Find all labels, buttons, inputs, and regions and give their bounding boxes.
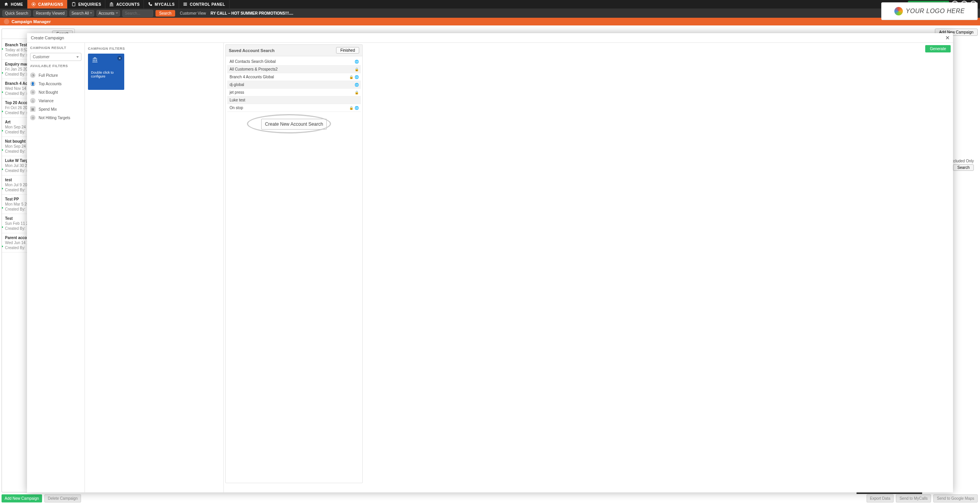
filter-label: Not Hitting Targets <box>39 116 70 120</box>
lock-icon: 🔒 <box>349 106 353 110</box>
lock-icon: 🔒 <box>349 75 353 79</box>
finished-button[interactable]: Finished <box>336 47 359 54</box>
search-all-select[interactable]: Search All <box>69 10 94 17</box>
nav-label: HOME <box>11 2 23 7</box>
target-icon: ◎ <box>30 115 35 120</box>
tile-hint: Double click to configure <box>91 71 121 78</box>
tile-remove-icon[interactable]: ✕ <box>117 56 122 61</box>
select-value: Customer <box>33 55 49 59</box>
saved-search-header: Saved Account Search Finished <box>226 45 362 56</box>
filter-label: Full Picture <box>39 73 58 78</box>
saved-search-label: All Customers & Prospects2 <box>230 67 278 71</box>
svg-rect-6 <box>183 5 187 6</box>
modal-middle-column: CAMPAIGN FILTERS ✕ Double click to confi… <box>85 43 224 492</box>
available-filter-item[interactable]: ⊖ Not Bought <box>30 88 81 96</box>
chevron-down-icon <box>90 12 92 14</box>
saved-search-title: Saved Account Search <box>229 48 275 53</box>
nav-label: CAMPAIGNS <box>38 2 63 7</box>
filter-tile-accounts[interactable]: ✕ Double click to configure <box>88 54 124 90</box>
marquee-text: RY CALL – HOT SUMMER PROMOTIONS!!!.... <box>211 11 293 15</box>
modal-body: CAMPAIGN RESULT Customer AVAILABLE FILTE… <box>27 42 953 492</box>
svg-point-1 <box>33 3 34 5</box>
saved-search-list: All Contacts Search Global 🌐All Customer… <box>226 56 362 113</box>
page-title: Campaign Manager <box>12 19 51 24</box>
filter-label: Spend Mix <box>39 107 57 111</box>
saved-search-row[interactable]: Luke test <box>227 96 361 104</box>
svg-rect-2 <box>72 3 75 6</box>
saved-search-label: On stop <box>230 106 243 110</box>
nav-enquiries[interactable]: ENQUIRIES <box>68 0 106 8</box>
filter-label: Top Accounts <box>39 82 61 86</box>
globe-icon: 🌐 <box>355 60 358 64</box>
clipboard-icon <box>71 2 76 7</box>
modal-title-bar: Create Campaign ✕ <box>27 33 953 42</box>
logo-text: YOUR LOGO HERE <box>906 8 965 15</box>
page-header: Campaign Manager <box>0 18 980 25</box>
campaign-filters-heading: CAMPAIGN FILTERS <box>88 47 220 51</box>
close-icon[interactable]: ✕ <box>945 35 950 41</box>
campaign-result-heading: CAMPAIGN RESULT <box>30 46 81 50</box>
nav-control-panel[interactable]: CONTROL PANEL <box>179 0 230 8</box>
delta-icon: △ <box>30 98 35 103</box>
nav-home[interactable]: HOME <box>0 0 27 8</box>
bank-icon <box>91 57 99 63</box>
nav-accounts[interactable]: ACCOUNTS <box>105 0 144 8</box>
nav-mycalls[interactable]: MYCALLS <box>144 0 179 8</box>
create-account-search-button[interactable]: Create New Account Search <box>261 119 327 130</box>
gauge-icon: ◔ <box>30 72 35 78</box>
available-filters-heading: AVAILABLE FILTERS <box>30 64 81 68</box>
saved-search-row[interactable]: dj-global 🌐 <box>227 81 361 89</box>
nav-label: CONTROL PANEL <box>190 2 225 7</box>
filter-label: Not Bought <box>39 90 58 94</box>
available-filter-item[interactable]: ◎ Not Hitting Targets <box>30 113 81 122</box>
create-search-wrap: Create New Account Search <box>255 119 333 130</box>
top-nav: HOME CAMPAIGNS ENQUIRIES ACCOUNTS MYCALL… <box>0 0 980 8</box>
minus-icon: ⊖ <box>30 89 35 95</box>
sliders-icon <box>183 2 188 7</box>
lock-icon: 🔒 <box>355 67 358 71</box>
filter-label: Variance <box>39 99 54 103</box>
available-filter-item[interactable]: △ Variance <box>30 96 81 105</box>
saved-search-row[interactable]: On stop 🔒🌐 <box>227 104 361 112</box>
bank-icon <box>109 2 114 7</box>
campaign-result-select[interactable]: Customer <box>30 53 81 61</box>
saved-search-label: Luke test <box>230 98 245 102</box>
globe-icon: 🌐 <box>355 83 358 87</box>
available-filter-item[interactable]: ▦ Spend Mix <box>30 105 81 113</box>
available-filters-list: ◔ Full Picture👤 Top Accounts⊖ Not Bought… <box>30 71 81 122</box>
nav-label: ACCOUNTS <box>116 2 140 7</box>
campaign-icon <box>4 19 9 24</box>
chevron-down-icon <box>76 56 79 58</box>
modal-backdrop: Create Campaign ✕ CAMPAIGN RESULT Custom… <box>0 25 980 504</box>
available-filter-item[interactable]: 👤 Top Accounts <box>30 79 81 88</box>
lock-icon: 🔒 <box>355 91 358 94</box>
saved-search-panel: Saved Account Search Finished All Contac… <box>225 44 363 483</box>
saved-search-label: jet press <box>230 90 244 94</box>
svg-rect-4 <box>183 3 187 3</box>
saved-search-row[interactable]: Branch 4 Accounts Global 🔒🌐 <box>227 73 361 81</box>
search-input[interactable] <box>122 10 153 17</box>
saved-search-row[interactable]: All Customers & Prospects2 🔒 <box>227 66 361 73</box>
generate-button[interactable]: Generate <box>925 45 951 52</box>
toolbar: Quick Search Recently Viewed Search All … <box>0 8 980 18</box>
modal-right-column: Generate Saved Account Search Finished A… <box>224 43 953 492</box>
home-icon <box>4 2 8 7</box>
nav-label: MYCALLS <box>155 2 175 7</box>
search-button[interactable]: Search <box>155 10 176 17</box>
saved-search-label: dj-global <box>230 83 244 87</box>
customer-view-label[interactable]: Customer View <box>180 11 206 15</box>
saved-search-row[interactable]: All Contacts Search Global 🌐 <box>227 58 361 66</box>
quick-search-button[interactable]: Quick Search <box>2 10 31 17</box>
nav-label: ENQUIRIES <box>78 2 101 7</box>
chevron-down-icon <box>116 12 118 14</box>
available-filter-item[interactable]: ◔ Full Picture <box>30 71 81 79</box>
saved-search-row[interactable]: jet press 🔒 <box>227 89 361 96</box>
saved-search-label: Branch 4 Accounts Global <box>230 75 274 79</box>
grid-icon: ▦ <box>30 106 35 112</box>
svg-rect-3 <box>73 2 74 3</box>
phone-icon <box>148 2 152 7</box>
nav-campaigns[interactable]: CAMPAIGNS <box>27 0 68 8</box>
svg-rect-5 <box>183 4 187 5</box>
recently-viewed-button[interactable]: Recently Viewed <box>33 10 67 17</box>
accounts-select[interactable]: Accounts <box>96 10 120 17</box>
